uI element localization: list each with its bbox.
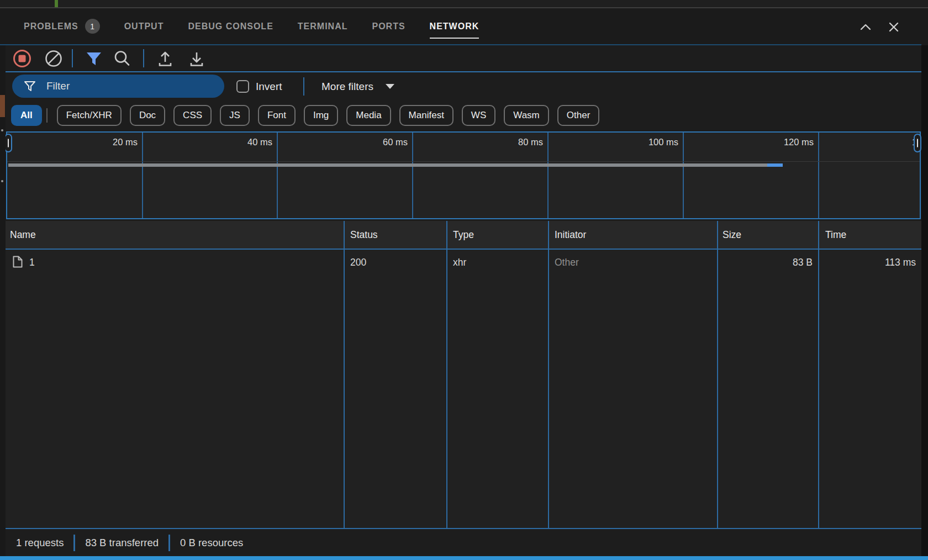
resource-type-chip[interactable]: WS — [462, 105, 495, 126]
request-cell-text: 1 — [29, 257, 35, 268]
overview-window-handle-right[interactable] — [914, 134, 921, 152]
clear-icon — [44, 49, 64, 68]
right-edge-strip — [921, 45, 928, 556]
search-network-button[interactable] — [112, 49, 132, 68]
timeline-gridline — [683, 133, 684, 218]
scrollbar-decoration-mark — [0, 95, 5, 117]
network-panel-screen: 20 // const yourMMKVStorage = new MMKV()… — [0, 0, 928, 560]
timeline-tick-label: 100 ms — [594, 137, 678, 147]
code-editor-strip: 20 // const yourMMKVStorage = new MMKV()… — [0, 0, 928, 7]
panel-tab[interactable]: OUTPUT — [124, 8, 164, 44]
resource-type-chip-label: Font — [267, 110, 286, 121]
export-har-button[interactable] — [187, 49, 207, 68]
chevron-down-icon — [386, 84, 394, 89]
summary-bar: 1 requests83 B transferred0 B resources — [0, 529, 921, 556]
request-cell-text: Other — [555, 257, 579, 268]
panel-tab-label: DEBUG CONSOLE — [188, 22, 273, 31]
panel-close-button[interactable] — [885, 19, 902, 35]
request-cell-text: 83 B — [793, 257, 813, 268]
resource-type-chip[interactable]: JS — [220, 105, 250, 126]
request-cell-text: 200 — [350, 257, 366, 268]
resource-type-chip-label: JS — [229, 110, 240, 121]
chevron-up-icon — [857, 19, 874, 35]
scrollbar-dot — [1, 180, 3, 182]
timeline-gridline — [547, 133, 549, 218]
ruler-divider — [7, 161, 920, 162]
panel-focus-border — [0, 556, 928, 560]
resource-type-chip-label: Other — [567, 110, 590, 121]
left-edge-scroll-strip — [0, 45, 6, 556]
resource-type-chip[interactable]: Img — [304, 105, 338, 126]
timeline-gridline — [142, 133, 143, 218]
network-overview-timeline[interactable]: 20 ms 40 ms 60 ms 80 ms 100 ms 120 ms — [6, 131, 921, 219]
record-stop-icon — [12, 49, 32, 68]
request-cell: 113 ms — [818, 250, 921, 276]
search-icon — [112, 49, 132, 68]
filter-input-pill[interactable] — [12, 75, 224, 98]
filter-input[interactable] — [45, 80, 224, 93]
invert-label: Invert — [256, 72, 282, 101]
timeline-gridline — [818, 133, 819, 218]
panel-tab-label: PROBLEMS — [24, 22, 78, 31]
resource-type-chip-label: WS — [471, 110, 486, 121]
resource-type-chip[interactable]: Manifest — [399, 105, 454, 126]
filter-funnel-outline-icon — [23, 80, 36, 93]
panel-tab[interactable]: TERMINAL — [298, 8, 348, 44]
panel-tab[interactable]: PROBLEMS 1 — [24, 8, 100, 44]
panel-tab[interactable]: NETWORK — [430, 8, 479, 44]
panel-tab-label: NETWORK — [430, 22, 479, 31]
filter-bar: Invert More filters — [0, 72, 921, 101]
summary-item-text: 83 B transferred — [85, 537, 159, 549]
request-cell-text: 113 ms — [885, 257, 916, 268]
scrollbar-dot — [1, 129, 3, 131]
toggle-filter-bar-button[interactable] — [84, 49, 104, 68]
more-filters-button[interactable]: More filters — [318, 72, 398, 101]
resource-type-chip-label: Media — [356, 110, 381, 121]
summary-separator — [73, 535, 75, 551]
request-row[interactable]: 1 200 xhr Other — [0, 250, 921, 276]
resource-type-chip[interactable]: Media — [346, 105, 391, 126]
resource-type-chip-label: CSS — [183, 110, 202, 121]
record-network-log-button[interactable] — [12, 49, 32, 68]
more-filters-label: More filters — [321, 81, 373, 93]
resource-type-chip[interactable]: Other — [557, 105, 600, 126]
panel-tab-bar: PROBLEMS 1 OUTPUT DEBUG CONSOLE TERMINAL… — [0, 8, 928, 44]
summary-item: 83 B transferred — [64, 535, 159, 551]
timeline-tick-label: 80 ms — [459, 137, 543, 147]
timeline-tick-label: 120 ms — [730, 137, 814, 147]
summary-item: 0 B resources — [159, 535, 243, 551]
summary-item: 1 requests — [16, 537, 64, 549]
panel-tab-label: TERMINAL — [298, 22, 348, 31]
resource-type-chip[interactable]: All — [11, 105, 42, 126]
panel-tab[interactable]: PORTS — [372, 8, 405, 44]
resource-type-chip-label: Img — [313, 110, 329, 121]
resource-type-chip[interactable]: Wasm — [504, 105, 549, 126]
resource-type-chip[interactable]: Doc — [130, 105, 165, 126]
panel-maximize-button[interactable] — [857, 19, 874, 35]
overview-window-handle-left[interactable] — [4, 134, 12, 152]
column-header[interactable]: Time — [825, 221, 846, 249]
resource-type-filter-bar: All Fetch/XHR Doc CSS JS Font Img Media … — [0, 101, 921, 130]
resource-type-chip-label: Wasm — [513, 110, 540, 121]
panel-tab-label: OUTPUT — [124, 22, 164, 31]
import-har-button[interactable] — [155, 49, 175, 68]
column-header[interactable]: Size — [723, 221, 741, 249]
invert-checkbox[interactable] — [236, 80, 249, 93]
requests-table-header: NameStatusTypeInitiatorSizeTime — [0, 221, 921, 249]
clear-network-log-button[interactable] — [44, 49, 64, 68]
column-header[interactable]: Name — [10, 221, 36, 249]
resource-type-chip[interactable]: Font — [258, 105, 296, 126]
resource-type-chip-label: Manifest — [409, 110, 444, 121]
panel-tab[interactable]: DEBUG CONSOLE — [188, 8, 273, 44]
request-cell: xhr — [453, 250, 541, 276]
resource-type-chip[interactable]: CSS — [173, 105, 212, 126]
modified-line-gutter-marker — [55, 0, 58, 7]
request-cell: 200 — [350, 250, 444, 276]
code-line: 20 // const yourMMKVStorage = new MMKV()… — [0, 0, 38, 7]
column-header[interactable]: Initiator — [555, 221, 586, 249]
resource-type-chip[interactable]: Fetch/XHR — [57, 105, 122, 126]
column-header[interactable]: Type — [453, 221, 474, 249]
column-header[interactable]: Status — [350, 221, 378, 249]
close-icon — [885, 19, 902, 35]
chip-separator — [46, 108, 48, 123]
